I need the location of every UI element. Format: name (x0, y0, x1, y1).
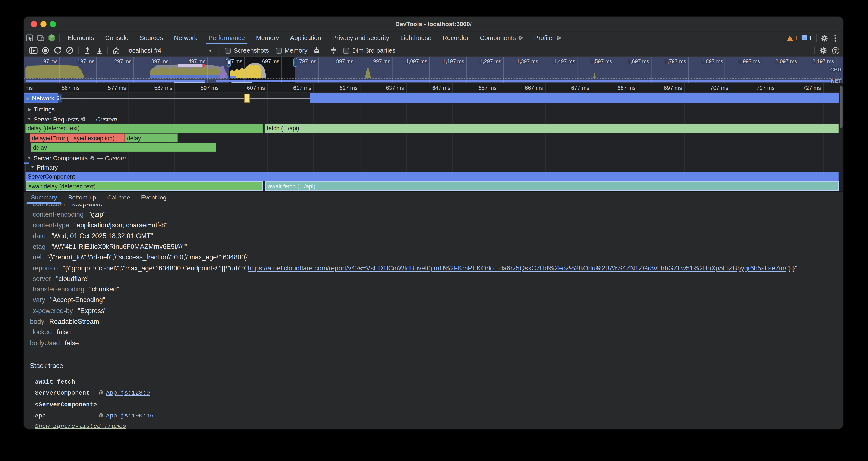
ruler-tick-label: 677 ms (546, 83, 592, 92)
device-toolbar-icon[interactable] (35, 32, 46, 45)
property-row: content-type "application/json; charset=… (24, 220, 843, 231)
record-and-reload-icon[interactable] (52, 44, 64, 56)
summary-pane[interactable]: connection "keep-alive" content-encoding… (24, 204, 843, 356)
tab-summary[interactable]: Summary (25, 191, 63, 204)
tab-application[interactable]: Application (284, 32, 327, 45)
dim-3rd-parties-toggle[interactable]: Dim 3rd parties (343, 47, 396, 54)
record-button[interactable] (39, 44, 52, 56)
tab-console[interactable]: Console (99, 32, 134, 45)
collapse-arrow-icon[interactable]: ▼ (27, 155, 31, 161)
ruler-tick-labels: 567 ms577 ms587 ms597 ms607 ms617 ms627 … (36, 83, 824, 92)
show-ignore-listed-frames-link[interactable]: Show ignore-listed frames (35, 423, 126, 430)
capture-settings-gear-icon[interactable] (817, 44, 829, 56)
frame-name: <ServerComponent> (35, 402, 99, 408)
tab-call-tree[interactable]: Call tree (102, 191, 135, 204)
track-network-label[interactable]: ▶ Network (24, 94, 62, 102)
expand-arrow-icon[interactable]: ▶ (27, 95, 30, 100)
tab-lighthouse[interactable]: Lighthouse (395, 32, 437, 45)
network-request-bar-main[interactable] (310, 93, 839, 103)
selection-handle-left[interactable] (227, 58, 230, 67)
react-atom-icon (557, 35, 561, 40)
ruler-unit-label: ms (25, 83, 33, 92)
settings-gear-icon[interactable] (819, 32, 830, 45)
property-key: date (33, 232, 46, 240)
load-profile-icon[interactable] (81, 44, 93, 56)
event-bar-fetch-api[interactable]: fetch (.../api) (265, 123, 839, 133)
collapse-arrow-icon[interactable]: ▼ (31, 165, 35, 170)
track-server-requests-header[interactable]: ▼ Server Requests — Custom (27, 114, 117, 123)
ruler-tick-label: 707 ms (685, 83, 731, 92)
property-key: bodyUsed (30, 339, 60, 347)
track-primary-group-label[interactable]: ▼ Primary (31, 163, 58, 171)
ruler-tick-label: 727 ms (777, 83, 824, 92)
event-bar-server-component[interactable]: ServerComponent (25, 172, 839, 181)
memory-toggle[interactable]: Memory (276, 47, 308, 54)
clear-icon[interactable] (64, 44, 76, 56)
collapse-arrow-icon[interactable]: ▼ (27, 116, 31, 121)
event-bar-delay-c[interactable]: delay (31, 143, 216, 152)
tab-elements[interactable]: Elements (62, 32, 99, 45)
track-server-components-header[interactable]: ▼ Server Components — Custom (27, 153, 126, 162)
tab-performance[interactable]: Performance (203, 32, 250, 45)
event-bar-await-fetch[interactable]: await fetch (.../api) (265, 181, 839, 191)
tab-label: Network (174, 32, 197, 45)
tab-event-log[interactable]: Event log (135, 191, 172, 204)
property-row: content-encoding "gzip" (24, 209, 843, 220)
live-metrics-home-icon[interactable] (110, 44, 122, 56)
collect-garbage-icon[interactable] (311, 44, 323, 56)
property-row: bodyUsed false (24, 338, 843, 348)
tab-label: Application (290, 32, 321, 45)
vertical-scrollbar-thumb[interactable] (840, 86, 843, 107)
property-key: content-type (33, 221, 69, 229)
messages-badge[interactable]: 1 (801, 35, 812, 41)
tab-recorder[interactable]: Recorder (437, 32, 474, 45)
inspect-element-icon[interactable] (24, 32, 35, 45)
tab-components[interactable]: Components (474, 32, 529, 45)
tab-label: Elements (67, 32, 94, 45)
vertical-scrollbar-thumb[interactable] (840, 105, 843, 128)
overview-tick-label: 97 ms (24, 57, 60, 83)
drag-grip-icon[interactable] (57, 96, 59, 100)
toggle-sidebar-icon[interactable] (27, 44, 39, 56)
track-area[interactable]: ▶ Network ▶ Timings ▼ Server Requests — … (24, 93, 843, 191)
screenshots-toggle[interactable]: Screenshots (225, 47, 269, 54)
property-key: vary (33, 296, 45, 304)
track-label-text: Network (32, 95, 55, 102)
warning-icon (787, 35, 794, 41)
expand-arrow-icon[interactable]: ▶ (28, 107, 31, 112)
timeline-overview[interactable]: 97 ms197 ms297 ms397 ms497 ms597 ms697 m… (24, 57, 843, 83)
network-request-marker[interactable] (244, 94, 250, 103)
screenshots-checkbox[interactable] (225, 48, 231, 54)
property-value-suffix: "}]}" (786, 264, 798, 272)
event-bar-delay-b[interactable]: delay (125, 133, 178, 142)
event-label: delay (127, 135, 141, 141)
help-icon[interactable]: ? (829, 44, 841, 56)
tab-memory[interactable]: Memory (250, 32, 284, 45)
selection-handle-right[interactable] (293, 58, 297, 67)
tab-privacy-and-security[interactable]: Privacy and security (327, 32, 395, 45)
frame-source-link[interactable]: App.js:190:16 (106, 412, 154, 419)
stack-frames: await fetch ServerComponent @ App.js:128… (35, 376, 154, 430)
property-value-link[interactable]: https://a.nel.cloudflare.com/report/v4?s… (248, 264, 786, 272)
event-bar-delay-deferred[interactable]: delay (deferred text) (25, 123, 263, 133)
shrink-rows-icon[interactable] (328, 44, 340, 56)
event-label: ServerComponent (28, 173, 75, 180)
event-bar-await-delay[interactable]: await delay (deferred text) (26, 181, 263, 191)
kebab-menu-icon[interactable] (830, 32, 841, 45)
track-timings-label[interactable]: ▶ Timings (28, 105, 55, 113)
tab-label: Bottom-up (68, 194, 96, 201)
history-dropdown[interactable]: localhost #4 ▾ (125, 46, 214, 56)
tab-sources[interactable]: Sources (134, 32, 168, 45)
save-profile-icon[interactable] (93, 44, 105, 56)
tab-network[interactable]: Network (168, 32, 203, 45)
memory-checkbox[interactable] (276, 48, 282, 54)
event-label: delay (deferred text) (28, 125, 80, 131)
divider (107, 47, 108, 54)
tab-profiler[interactable]: Profiler (529, 32, 567, 45)
frame-source-link[interactable]: App.js:128:9 (106, 390, 150, 396)
nodejs-extension-icon[interactable] (46, 32, 57, 45)
tab-bottom-up[interactable]: Bottom-up (63, 191, 102, 204)
event-bar-delayed-error[interactable]: delayedError (...ayed exception) (30, 133, 124, 142)
warnings-badge[interactable]: 1 (787, 35, 798, 41)
dim-3rd-parties-checkbox[interactable] (343, 48, 350, 54)
